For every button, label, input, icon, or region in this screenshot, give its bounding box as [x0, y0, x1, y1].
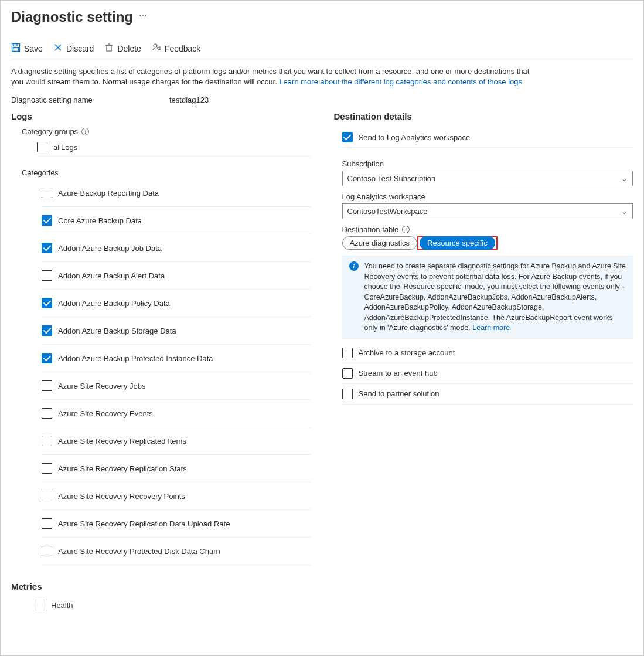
discard-button[interactable]: Discard	[53, 43, 94, 54]
chevron-down-icon: ⌄	[621, 174, 628, 183]
send-la-checkbox[interactable]	[342, 132, 353, 142]
alllogs-label: allLogs	[53, 143, 77, 152]
categories-label: Categories	[22, 168, 311, 177]
page-title: Diagnostic setting	[11, 9, 133, 25]
setting-name-value[interactable]: testdiag123	[169, 96, 209, 104]
eventhub-checkbox[interactable]	[342, 368, 353, 379]
category-label: Azure Backup Reporting Data	[58, 189, 159, 198]
save-icon	[11, 43, 21, 54]
category-label: Addon Azure Backup Protected Instance Da…	[58, 354, 213, 363]
category-checkbox[interactable]	[42, 215, 52, 226]
subscription-select[interactable]: Contoso Test Subscription ⌄	[342, 171, 633, 186]
category-checkbox[interactable]	[42, 353, 52, 363]
trash-icon	[104, 43, 114, 54]
category-checkbox[interactable]	[42, 518, 52, 529]
category-checkbox[interactable]	[42, 463, 52, 474]
archive-label: Archive to a storage account	[359, 348, 455, 357]
info-icon: i	[349, 261, 359, 271]
feedback-icon	[152, 43, 161, 54]
archive-checkbox[interactable]	[342, 348, 353, 358]
toggle-azure-diagnostics[interactable]: Azure diagnostics	[342, 236, 418, 250]
more-icon[interactable]: ⋯	[139, 11, 148, 23]
svg-rect-5	[107, 45, 111, 51]
partner-label: Send to partner solution	[359, 389, 439, 398]
category-checkbox[interactable]	[42, 436, 52, 446]
category-label: Core Azure Backup Data	[58, 216, 142, 225]
highlight-box: Resource specific	[417, 236, 498, 250]
discard-label: Discard	[66, 44, 94, 53]
category-checkbox[interactable]	[42, 408, 52, 419]
logs-heading: Logs	[11, 111, 311, 121]
setting-name-label: Diagnostic setting name	[11, 96, 169, 104]
category-checkbox[interactable]	[42, 188, 52, 198]
dest-table-label: Destination table i	[342, 225, 633, 234]
svg-rect-1	[13, 44, 17, 46]
delete-label: Delete	[117, 44, 141, 53]
description-text: A diagnostic setting specifies a list of…	[11, 66, 539, 87]
category-checkbox[interactable]	[42, 270, 52, 281]
send-la-label: Send to Log Analytics workspace	[359, 133, 471, 142]
destination-heading: Destination details	[334, 111, 633, 121]
subscription-label: Subscription	[342, 159, 633, 168]
category-label: Azure Site Recovery Replication Stats	[58, 464, 187, 473]
category-label: Addon Azure Backup Alert Data	[58, 271, 165, 280]
learn-more-link[interactable]: Learn more about the different log categ…	[279, 77, 522, 86]
save-button[interactable]: Save	[11, 43, 43, 54]
save-label: Save	[24, 44, 43, 53]
workspace-label: Log Analytics workspace	[342, 192, 633, 201]
svg-point-8	[154, 44, 157, 47]
workspace-select[interactable]: ContosoTestWorkspace ⌄	[342, 203, 633, 219]
category-checkbox[interactable]	[42, 380, 52, 391]
partner-checkbox[interactable]	[342, 389, 353, 399]
category-checkbox[interactable]	[42, 243, 52, 253]
category-checkbox[interactable]	[42, 546, 52, 556]
info-icon[interactable]: i	[81, 128, 89, 135]
feedback-button[interactable]: Feedback	[152, 43, 200, 54]
eventhub-label: Stream to an event hub	[359, 369, 438, 378]
chevron-down-icon: ⌄	[621, 207, 628, 216]
category-label: Azure Site Recovery Replicated Items	[58, 437, 186, 446]
info-learn-more-link[interactable]: Learn more	[472, 324, 510, 332]
category-checkbox[interactable]	[42, 298, 52, 308]
delete-button[interactable]: Delete	[104, 43, 141, 54]
svg-rect-2	[13, 48, 19, 52]
close-icon	[53, 43, 63, 54]
info-icon[interactable]: i	[402, 226, 410, 233]
alllogs-checkbox[interactable]	[37, 142, 47, 152]
metrics-heading: Metrics	[11, 582, 311, 592]
metric-label: Health	[51, 601, 73, 610]
category-checkbox[interactable]	[42, 491, 52, 501]
category-label: Addon Azure Backup Job Data	[58, 244, 162, 253]
category-checkbox[interactable]	[42, 325, 52, 336]
category-label: Addon Azure Backup Storage Data	[58, 327, 176, 335]
feedback-label: Feedback	[165, 44, 200, 53]
category-label: Addon Azure Backup Policy Data	[58, 299, 170, 308]
category-label: Azure Site Recovery Jobs	[58, 382, 146, 390]
info-callout: i You need to create separate diagnostic…	[342, 256, 633, 339]
category-groups-label: Category groups i	[22, 127, 311, 136]
toggle-resource-specific[interactable]: Resource specific	[420, 236, 495, 250]
metric-checkbox[interactable]	[35, 600, 45, 610]
category-label: Azure Site Recovery Recovery Points	[58, 492, 185, 501]
category-label: Azure Site Recovery Protected Disk Data …	[58, 547, 220, 556]
category-label: Azure Site Recovery Replication Data Upl…	[58, 519, 230, 528]
category-label: Azure Site Recovery Events	[58, 409, 153, 418]
